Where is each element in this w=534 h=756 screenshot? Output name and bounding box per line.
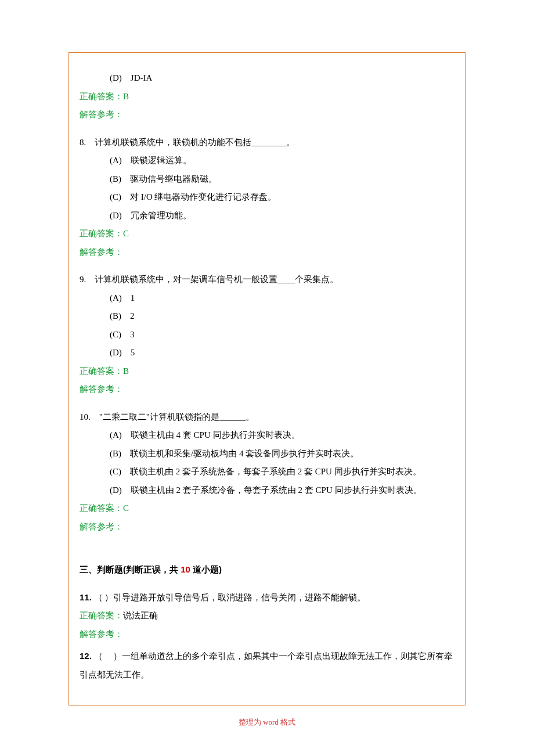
q10-block: 10. "二乘二取二"计算机联锁指的是______。 (A) 联锁主机由 4 套…: [80, 408, 454, 537]
q10-option-c: (C) 联锁主机由 2 套子系统热备，每套子系统由 2 套 CPU 同步执行并实…: [80, 463, 454, 481]
q10-option-b: (B) 联锁主机和采集/驱动板均由 4 套设备同步执行并实时表决。: [80, 445, 454, 463]
section-3-title-pre: 三、判断题(判断正误，共: [80, 564, 181, 574]
q9-option-d: (D) 5: [80, 344, 454, 362]
q12-number: 12.: [80, 651, 92, 661]
q11-answer-line: 正确答案：说法正确: [80, 607, 454, 625]
q11-reference: 解答参考：: [80, 625, 454, 644]
page-footer: 整理为 word 格式: [0, 717, 534, 728]
q8-reference: 解答参考：: [80, 243, 454, 262]
q12-stem-line: 12. （ ）一组单动道岔上的多个牵引点，如果其中一个牵引点出现故障无法工作，则…: [80, 647, 454, 684]
q9-option-b: (B) 2: [80, 307, 454, 326]
q8-option-a: (A) 联锁逻辑运算。: [80, 152, 454, 170]
q10-stem: 10. "二乘二取二"计算机联锁指的是______。: [80, 408, 454, 427]
q11-block: 11. （ ）引导进路开放引导信号后，取消进路，信号关闭，进路不能解锁。 正确答…: [80, 588, 454, 644]
q11-stem-line: 11. （ ）引导进路开放引导信号后，取消进路，信号关闭，进路不能解锁。: [80, 588, 454, 607]
q7-reference: 解答参考：: [80, 106, 454, 124]
q10-option-a: (A) 联锁主机由 4 套 CPU 同步执行并实时表决。: [80, 426, 454, 445]
section-3-title: 三、判断题(判断正误，共 10 道小题): [80, 560, 454, 579]
q12-stem: （ ）一组单动道岔上的多个牵引点，如果其中一个牵引点出现故障无法工作，则其它所有…: [80, 651, 453, 679]
q8-stem: 8. 计算机联锁系统中，联锁机的功能不包括________。: [80, 134, 454, 152]
q9-stem: 9. 计算机联锁系统中，对一架调车信号机一般设置____个采集点。: [80, 271, 454, 289]
q12-block: 12. （ ）一组单动道岔上的多个牵引点，如果其中一个牵引点出现故障无法工作，则…: [80, 647, 454, 684]
q8-option-b: (B) 驱动信号继电器励磁。: [80, 170, 454, 189]
q8-option-d: (D) 冗余管理功能。: [80, 207, 454, 225]
q8-block: 8. 计算机联锁系统中，联锁机的功能不包括________。 (A) 联锁逻辑运…: [80, 134, 454, 262]
page-frame: (D) JD-IA 正确答案：B 解答参考： 8. 计算机联锁系统中，联锁机的功…: [68, 52, 466, 705]
q9-block: 9. 计算机联锁系统中，对一架调车信号机一般设置____个采集点。 (A) 1 …: [80, 271, 454, 399]
q7-correct-answer: 正确答案：B: [80, 88, 454, 106]
section-3-count: 10: [181, 564, 190, 574]
q9-reference: 解答参考：: [80, 380, 454, 399]
q11-answer-label: 正确答案：: [80, 611, 123, 620]
q9-correct-answer: 正确答案：B: [80, 362, 454, 381]
q7-option-d: (D) JD-IA: [80, 69, 454, 88]
section-3-title-post: 道小题): [190, 564, 222, 574]
q11-number: 11.: [80, 592, 92, 602]
q8-correct-answer: 正确答案：C: [80, 225, 454, 243]
q10-correct-answer: 正确答案：C: [80, 499, 454, 518]
q11-answer-value: 说法正确: [123, 611, 158, 620]
q10-option-d: (D) 联锁主机由 2 套子系统冷备，每套子系统由 2 套 CPU 同步执行并实…: [80, 481, 454, 500]
q8-option-c: (C) 对 I/O 继电器动作变化进行记录存盘。: [80, 188, 454, 207]
q9-option-c: (C) 3: [80, 326, 454, 344]
q11-stem: （ ）引导进路开放引导信号后，取消进路，信号关闭，进路不能解锁。: [94, 593, 366, 602]
q9-option-a: (A) 1: [80, 289, 454, 308]
q10-reference: 解答参考：: [80, 518, 454, 537]
